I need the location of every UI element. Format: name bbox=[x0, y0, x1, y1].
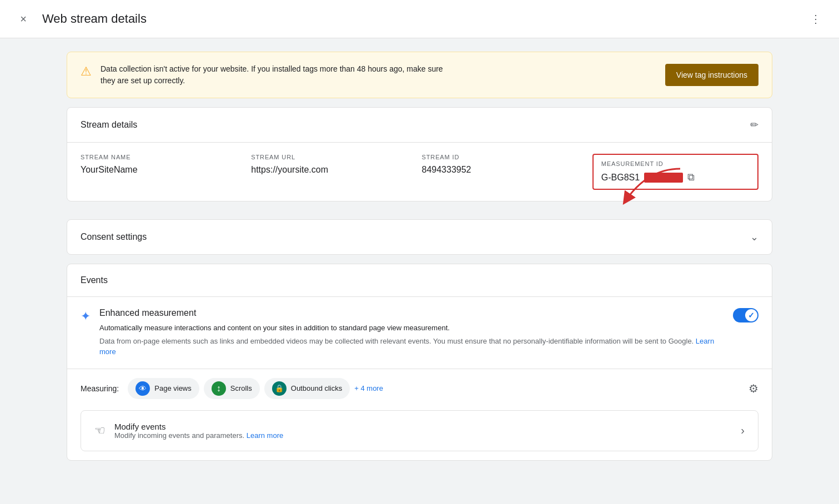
red-arrow-svg bbox=[602, 163, 714, 213]
page-title: Web stream details bbox=[42, 12, 147, 26]
warning-banner: ⚠ Data collection isn't active for your … bbox=[67, 52, 772, 98]
scrolls-chip-label: Scrolls bbox=[230, 384, 252, 392]
enhanced-measurement-desc: Automatically measure interactions and c… bbox=[99, 322, 724, 334]
stream-details-title: Stream details bbox=[81, 120, 137, 130]
measuring-label: Measuring: bbox=[81, 384, 119, 393]
chevron-down-icon[interactable]: ⌄ bbox=[750, 231, 758, 243]
events-card: Events ✦ Enhanced measurement Automatica… bbox=[67, 264, 772, 461]
measuring-row: Measuring: 👁 Page views ↕ Scrolls 🔒 Outb… bbox=[67, 369, 772, 410]
outbound-clicks-chip-label: Outbound clicks bbox=[291, 384, 343, 392]
sparkle-icon: ✦ bbox=[81, 309, 91, 324]
consent-settings-title: Consent settings bbox=[81, 232, 147, 242]
modify-events-learn-more-link[interactable]: Learn more bbox=[247, 431, 283, 440]
stream-url-value: https://yoursite.com bbox=[251, 165, 417, 175]
enhanced-content: Enhanced measurement Automatically measu… bbox=[99, 308, 724, 357]
outbound-clicks-chip: 🔒 Outbound clicks bbox=[264, 378, 350, 399]
page-views-chip-label: Page views bbox=[154, 384, 191, 392]
close-button[interactable]: × bbox=[13, 9, 33, 29]
stream-id-label: STREAM ID bbox=[422, 154, 588, 160]
page-views-chip-icon: 👁 bbox=[135, 381, 150, 396]
stream-name-value: YourSiteName bbox=[81, 165, 247, 175]
modify-events-row: ☜ Modify events Modify incoming events a… bbox=[81, 411, 758, 451]
modify-events-icon: ☜ bbox=[94, 424, 105, 438]
header-left: × Web stream details bbox=[13, 9, 147, 29]
main-content: ⚠ Data collection isn't active for your … bbox=[0, 38, 839, 474]
stream-url-label: STREAM URL bbox=[251, 154, 417, 160]
warning-text: Data collection isn't active for your we… bbox=[101, 63, 443, 87]
outbound-clicks-chip-icon: 🔒 bbox=[272, 381, 287, 396]
modify-events-title: Modify events bbox=[114, 422, 732, 431]
stream-id-value: 8494333952 bbox=[422, 165, 588, 175]
modify-events-card: ☜ Modify events Modify incoming events a… bbox=[81, 410, 758, 451]
events-header: Events bbox=[67, 264, 772, 297]
enhanced-measurement-title: Enhanced measurement bbox=[99, 308, 724, 318]
enhanced-measurement-row: ✦ Enhanced measurement Automatically mea… bbox=[67, 297, 772, 369]
consent-settings-header[interactable]: Consent settings ⌄ bbox=[67, 220, 772, 254]
stream-id-field: STREAM ID 8494333952 bbox=[422, 154, 588, 190]
modify-events-content: Modify events Modify incoming events and… bbox=[114, 422, 732, 440]
stream-url-field: STREAM URL https://yoursite.com bbox=[251, 154, 417, 190]
more-measuring-link[interactable]: + 4 more bbox=[354, 384, 383, 392]
stream-details-header: Stream details ✏ bbox=[67, 108, 772, 143]
warning-left: ⚠ Data collection isn't active for your … bbox=[81, 63, 443, 87]
modify-events-chevron-right-icon[interactable]: › bbox=[741, 424, 745, 437]
measuring-settings-icon[interactable]: ⚙ bbox=[748, 382, 758, 395]
more-options-button[interactable]: ⋮ bbox=[806, 9, 826, 29]
stream-name-field: STREAM NAME YourSiteName bbox=[81, 154, 247, 190]
consent-settings-card: Consent settings ⌄ bbox=[67, 219, 772, 255]
measuring-chips: 👁 Page views ↕ Scrolls 🔒 Outbound clicks… bbox=[128, 378, 383, 399]
toggle-thumb: ✓ bbox=[745, 309, 757, 321]
scrolls-chip: ↕ Scrolls bbox=[204, 378, 260, 399]
toggle-check-icon: ✓ bbox=[748, 311, 755, 320]
enhanced-measurement-subdesc: Data from on-page elements such as links… bbox=[99, 336, 724, 357]
header: × Web stream details ⋮ bbox=[0, 0, 839, 38]
scrolls-chip-icon: ↕ bbox=[212, 381, 226, 396]
arrow-annotation-container bbox=[67, 194, 772, 221]
edit-icon[interactable]: ✏ bbox=[750, 119, 758, 131]
warning-icon: ⚠ bbox=[81, 64, 92, 79]
modify-events-desc: Modify incoming events and parameters. L… bbox=[114, 431, 732, 440]
page-views-chip: 👁 Page views bbox=[128, 378, 199, 399]
events-title: Events bbox=[81, 275, 108, 285]
view-tag-instructions-button[interactable]: View tag instructions bbox=[665, 64, 758, 86]
enhanced-measurement-toggle[interactable]: ✓ bbox=[733, 308, 758, 322]
stream-name-label: STREAM NAME bbox=[81, 154, 247, 160]
